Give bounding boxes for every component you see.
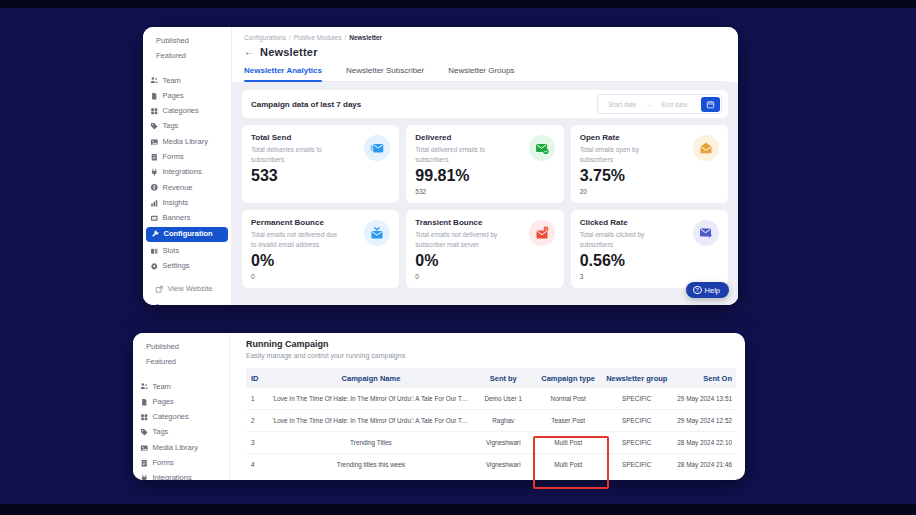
sidebar-item-label: Categories	[153, 413, 189, 421]
card-value: 3.75%	[580, 167, 719, 185]
table-cell: Teaser Post	[535, 410, 601, 432]
sidebar-item-published[interactable]: Published	[133, 340, 229, 355]
filter-label: Campaign data of last 7 days	[251, 100, 361, 109]
sidebar-top: PublishedFeaturedTeamPagesCategoriesTags…	[143, 27, 232, 305]
table-cell: 1	[246, 388, 271, 410]
mail-check-icon	[529, 135, 555, 161]
sidebar-item-pages[interactable]: Pages	[143, 88, 231, 103]
back-arrow-icon[interactable]: ←	[244, 47, 254, 57]
grid-icon	[140, 413, 149, 422]
sidebar-item-integrations[interactable]: Integrations	[143, 165, 231, 180]
campaigns-table: IDCampaign NameSent byCampaign typeNewsl…	[246, 368, 736, 475]
column-header-sent-on: Sent On	[672, 368, 736, 388]
sidebar-footer: ▾	[143, 297, 231, 305]
sidebar-item-label: Revenue	[163, 184, 193, 192]
sidebar-item-banners[interactable]: Banners	[143, 211, 231, 226]
breadcrumb-item[interactable]: Publive Modules	[294, 34, 342, 41]
sidebar-item-label: Slots	[163, 247, 180, 255]
tab-newsletter-analytics[interactable]: Newsletter Analytics	[244, 66, 322, 81]
help-button[interactable]: ? Help	[686, 282, 729, 298]
stat-cards-grid: Total SendTotal deliveries emails to sub…	[242, 125, 728, 288]
table-row[interactable]: 4Trending titles this weekVigneshwariMul…	[246, 454, 736, 476]
image-icon	[140, 444, 149, 453]
sidebar-item-label: Tags	[163, 122, 179, 130]
sidebar-item-label: Tags	[153, 428, 169, 436]
start-date-input[interactable]: Start date	[599, 98, 645, 111]
sidebar-item-team[interactable]: Team	[133, 379, 229, 394]
sidebar-item-categories[interactable]: Categories	[143, 104, 231, 119]
tab-bar: Newsletter AnalyticsNewsletter Subscribe…	[244, 66, 726, 82]
sidebar-item-label: Categories	[163, 107, 199, 115]
table-row[interactable]: 3Trending TitlesVigneshwariMulti PostSPE…	[246, 432, 736, 454]
card-value: 0%	[251, 252, 390, 270]
sidebar-item-categories[interactable]: Categories	[133, 410, 229, 425]
file-icon	[140, 398, 149, 407]
card-description: Total delivered emails to subscribers	[415, 145, 507, 165]
table-cell: SPECIFIC	[601, 388, 672, 410]
table-cell: 4	[246, 454, 271, 476]
sidebar-item-configuration[interactable]: Configuration	[146, 227, 228, 242]
banner-icon	[150, 214, 159, 223]
user-avatar-icon[interactable]	[152, 303, 163, 305]
sidebar-item-forms[interactable]: Forms	[143, 149, 231, 164]
sidebar-item-pages[interactable]: Pages	[133, 394, 229, 409]
table-cell: 3	[246, 432, 271, 454]
sidebar-item-forms[interactable]: Forms	[133, 455, 229, 470]
sidebar-item-media-library[interactable]: Media Library	[133, 440, 229, 455]
column-header-id: ID	[246, 368, 271, 388]
sidebar-item-label: Featured	[146, 358, 176, 366]
end-date-input[interactable]: End date	[652, 98, 696, 111]
table-cell: Normal Post	[535, 388, 601, 410]
sidebar-item-integrations[interactable]: Integrations	[133, 471, 229, 480]
calendar-icon	[706, 97, 715, 112]
table-row[interactable]: 1'Love In The Time Of Hate: In The Mirro…	[246, 388, 736, 410]
column-header-sent-by: Sent by	[471, 368, 535, 388]
page-title-row: ← Newsletter	[244, 46, 726, 58]
card-description: Total emails not delivered by subscriber…	[415, 230, 507, 250]
table-cell: 2	[246, 410, 271, 432]
sidebar-item-label: Configuration	[164, 230, 213, 238]
section-subtitle: Easily manage and control your running c…	[246, 352, 736, 359]
sidebar-item-tags[interactable]: Tags	[143, 119, 231, 134]
sidebar-item-tags[interactable]: Tags	[133, 425, 229, 440]
sidebar-item-view-website[interactable]: View Website	[143, 282, 231, 297]
help-label: Help	[705, 286, 720, 295]
tab-newsletter-groups[interactable]: Newsletter Groups	[448, 66, 514, 81]
sidebar-item-label: Featured	[156, 52, 186, 60]
table-cell: SPECIFIC	[601, 454, 672, 476]
sidebar-item-label: Integrations	[163, 168, 202, 176]
plug-icon	[140, 474, 149, 480]
sidebar-item-published[interactable]: Published	[143, 34, 231, 49]
page-title: Newsletter	[260, 46, 318, 58]
breadcrumb-item[interactable]: Configurations	[244, 34, 286, 41]
date-range-picker[interactable]: Start date → End date	[597, 94, 722, 114]
sidebar-item-featured[interactable]: Featured	[133, 355, 229, 370]
top-letterbox-strip	[0, 0, 916, 8]
card-description: Total deliveries emails to subscribers	[251, 145, 343, 165]
stat-card-transient-bounce: Transient BounceTotal emails not deliver…	[406, 210, 563, 288]
table-cell: Vigneshwari	[471, 432, 535, 454]
gear-icon[interactable]	[212, 304, 221, 305]
card-value: 0.56%	[580, 252, 719, 270]
sidebar-item-settings[interactable]: Settings	[143, 258, 231, 273]
sidebar-item-label: Banners	[163, 214, 191, 222]
table-row[interactable]: 2'Love In The Time Of Hate: In The Mirro…	[246, 410, 736, 432]
sidebar-item-slots[interactable]: Slots	[143, 243, 231, 258]
sidebar-item-revenue[interactable]: Revenue	[143, 180, 231, 195]
card-description: Total emails open by subscribers	[580, 145, 672, 165]
card-value: 99.81%	[415, 167, 554, 185]
sidebar-item-featured[interactable]: Featured	[143, 49, 231, 64]
tab-newsletter-subscriber[interactable]: Newsletter Subscriber	[346, 66, 424, 81]
breadcrumb-item: Newsletter	[349, 34, 382, 41]
stat-card-clicked-rate: Clicked RateTotal emails clicked by subs…	[571, 210, 728, 288]
card-description: Total emails not delivered due to invali…	[251, 230, 343, 250]
sidebar-item-media-library[interactable]: Media Library	[143, 134, 231, 149]
calendar-button[interactable]	[701, 97, 720, 112]
stat-card-delivered: DeliveredTotal delivered emails to subsc…	[406, 125, 563, 203]
breadcrumb-separator: /	[289, 34, 291, 41]
filter-bar: Campaign data of last 7 days Start date …	[242, 90, 728, 118]
sidebar-item-label: Pages	[153, 398, 174, 406]
sidebar-item-team[interactable]: Team	[143, 73, 231, 88]
sidebar-item-insights[interactable]: Insights	[143, 195, 231, 210]
tag-icon	[140, 428, 149, 437]
